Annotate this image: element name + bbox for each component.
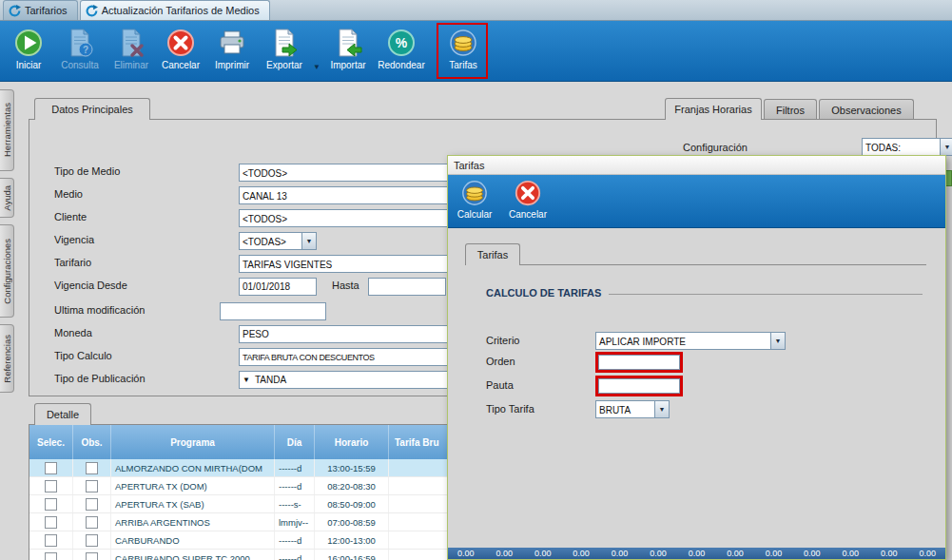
obs-checkbox[interactable] (86, 516, 98, 529)
selec-checkbox[interactable] (45, 480, 57, 492)
selec-checkbox[interactable] (45, 462, 57, 474)
column-selec[interactable]: Selec. (29, 425, 73, 459)
dialog-titlebar[interactable]: Tarifas (448, 156, 945, 175)
ultima-modificacion-input[interactable] (220, 302, 326, 320)
programa-cell: APERTURA TX (DOM) (111, 477, 275, 494)
ultima-modificacion-label: Ultima modificación (54, 304, 145, 316)
sidebar-item-referencias[interactable]: Referencias (0, 324, 14, 393)
orden-input[interactable] (598, 355, 680, 370)
total-value: 0.00 (534, 549, 552, 558)
tab-detalle[interactable]: Detalle (34, 403, 91, 425)
horario-cell: 08:20-08:30 (315, 477, 389, 494)
obs-checkbox[interactable] (86, 534, 98, 547)
tipo-de-medio-label: Tipo de Medio (54, 165, 120, 177)
obs-checkbox[interactable] (86, 462, 98, 474)
obs-checkbox[interactable] (86, 498, 98, 511)
iniciar-label: Iniciar (16, 60, 42, 70)
total-value: 0.00 (612, 549, 629, 558)
dialog-tab-tarifas[interactable]: Tarifas (465, 243, 520, 265)
column-horario[interactable]: Horario (315, 425, 389, 459)
programa-cell: CARBURANDO SUPER TC 2000 (111, 550, 275, 560)
column-programa[interactable]: Programa (111, 425, 275, 459)
pauta-input[interactable] (598, 378, 680, 394)
column-dia[interactable]: Día (275, 425, 315, 459)
tipo-tarifa-combo[interactable]: BRUTA ▼ (595, 400, 670, 418)
cancelar-button[interactable]: Cancelar (156, 25, 205, 78)
tab-datos-principales[interactable]: Datos Principales (34, 98, 150, 120)
calculo-de-tarifas-group: CALCULO DE TARIFAS (486, 287, 923, 299)
vigencia-desde-input[interactable]: 01/01/2018 (239, 278, 317, 296)
hasta-label: Hasta (332, 280, 359, 291)
programa-cell: APERTURA TX (SAB) (111, 495, 275, 512)
tarifas-button[interactable]: Tarifas (438, 25, 488, 78)
selec-checkbox[interactable] (45, 552, 57, 560)
combo-value: <TODAS> (240, 233, 301, 249)
column-obs[interactable]: Obs. (73, 425, 111, 459)
selec-checkbox[interactable] (45, 534, 57, 547)
vigencia-label: Vigencia (54, 234, 94, 245)
configuracion-combo[interactable]: TODAS: ▼ (862, 138, 952, 156)
exportar-button[interactable]: Exportar (260, 25, 309, 78)
tab-tarifarios[interactable]: Tarifarios (3, 0, 78, 20)
sidebar-item-ayuda[interactable]: Ayuda (0, 178, 14, 218)
sidebar-label: Referencias (2, 335, 12, 383)
chevron-down-icon[interactable]: ▼ (654, 401, 669, 417)
chevron-down-icon[interactable]: ▼ (301, 233, 316, 249)
input-value: TARIFA BRUTA CON DESCUENTOS (243, 353, 375, 362)
dialog-cancelar-button[interactable]: Cancelar (505, 177, 551, 225)
exportar-dropdown-caret[interactable]: ▼ (313, 63, 321, 71)
eliminar-button: Eliminar (107, 25, 156, 78)
obs-checkbox[interactable] (86, 480, 98, 492)
selec-checkbox[interactable] (45, 516, 57, 529)
tarifario-label: Tarifario (54, 257, 91, 268)
redondear-button[interactable]: % Redondear (377, 25, 426, 78)
medio-combo[interactable]: CANAL 13 ▼ (239, 186, 463, 204)
tipo-de-medio-combo[interactable]: <TODOS> ▼ (239, 164, 463, 182)
document-import-icon (333, 28, 363, 58)
calcular-button[interactable]: Calcular (452, 177, 497, 225)
moneda-input[interactable]: PESO (239, 325, 463, 343)
tab-franjas-horarias[interactable]: Franjas Horarias (665, 98, 762, 120)
svg-text:%: % (396, 35, 408, 50)
cliente-label: Cliente (54, 211, 87, 222)
vigencia-combo[interactable]: <TODAS> ▼ (239, 232, 317, 250)
sidebar-item-herramientas[interactable]: Herramientas (0, 89, 14, 171)
cancelar-label: Cancelar (162, 60, 200, 70)
tab-icon (86, 5, 98, 17)
imprimir-label: Imprimir (215, 60, 249, 70)
chevron-down-icon[interactable]: ▼ (770, 333, 785, 349)
tipo-de-publicacion-combo[interactable]: ▼ TANDA (239, 371, 463, 389)
imprimir-button[interactable]: Imprimir (207, 25, 257, 78)
obs-checkbox[interactable] (86, 552, 98, 560)
main-toolbar: Iniciar ? Consulta Eliminar Cancelar Imp… (0, 21, 952, 82)
input-value: 01/01/2018 (243, 281, 290, 292)
combo-value: TODAS: (863, 139, 940, 155)
selec-checkbox[interactable] (45, 498, 57, 511)
hasta-input[interactable] (368, 278, 446, 296)
tarifario-combo[interactable]: TARIFAS VIGENTES ▼ (239, 255, 463, 273)
tipo-calculo-input[interactable]: TARIFA BRUTA CON DESCUENTOS (239, 348, 463, 366)
tipo-tarifa-label: Tipo Tarifa (486, 403, 534, 415)
dia-cell: ------d (275, 531, 315, 549)
criterio-combo[interactable]: APLICAR IMPORTE ▼ (595, 332, 786, 350)
document-export-icon (269, 28, 300, 58)
group-rule (609, 294, 923, 295)
dialog-title: Tarifas (454, 160, 484, 171)
cliente-combo[interactable]: <TODOS> ▼ (239, 209, 463, 227)
iniciar-button[interactable]: Iniciar (4, 25, 53, 78)
programa-cell: ALMORZANDO CON MIRTHA(DOM (111, 459, 275, 476)
total-value: 0.00 (804, 549, 821, 558)
tab-label: Datos Principales (51, 104, 133, 115)
importar-button[interactable]: Importar (323, 25, 373, 78)
tab-label: Filtros (776, 105, 805, 116)
play-icon (13, 28, 44, 58)
medio-label: Medio (54, 188, 83, 200)
importar-label: Importar (330, 60, 365, 70)
tab-actualizacion-tarifarios[interactable]: Actualización Tarifarios de Medios (80, 0, 270, 20)
chevron-down-icon[interactable]: ▼ (940, 139, 952, 155)
tab-observaciones[interactable]: Observaciones (819, 99, 914, 120)
sidebar-item-configuraciones[interactable]: Configuraciones (0, 224, 14, 318)
calcular-label: Calcular (457, 209, 493, 220)
tab-filtros[interactable]: Filtros (764, 99, 817, 120)
total-value: 0.00 (727, 549, 744, 558)
